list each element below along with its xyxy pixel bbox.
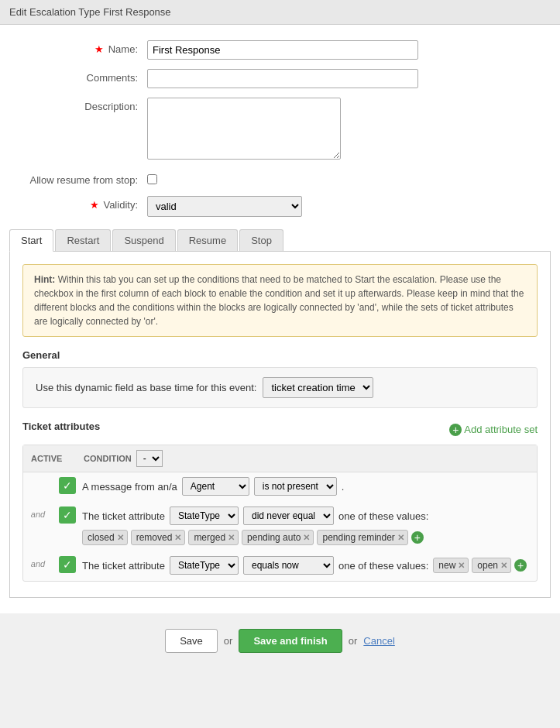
tag-pending-auto-remove[interactable]: ✕ — [303, 533, 310, 543]
row3-text: The ticket attribute — [82, 560, 165, 572]
validity-label: ★ Validity: — [15, 196, 147, 211]
tag-open: open ✕ — [472, 558, 511, 573]
condition-row-3: and ✓ The ticket attribute StateType equ… — [23, 551, 537, 579]
row1-text: A message from an/a — [82, 481, 177, 493]
tag-removed: removed ✕ — [131, 530, 186, 545]
row1-select1[interactable]: Agent Customer — [182, 477, 249, 496]
tag-pending-reminder: pending reminder ✕ — [317, 530, 407, 545]
active-col-label: ACTIVE — [31, 454, 77, 463]
general-section: Use this dynamic field as base time for … — [22, 367, 538, 408]
allow-resume-checkbox[interactable] — [147, 174, 157, 184]
row2-select1[interactable]: StateType — [170, 507, 239, 525]
row2-suffix: one of these values: — [338, 510, 428, 522]
description-label: Description: — [15, 98, 147, 112]
tab-content: Hint: Within this tab you can set up the… — [9, 252, 551, 598]
and-label-2: and — [23, 502, 53, 519]
row2-text: The ticket attribute — [82, 510, 165, 522]
row2-select2[interactable]: did never equal equals now — [243, 507, 334, 525]
comments-row: Comments: — [0, 69, 560, 88]
condition-col-label: CONDITION - — [84, 450, 163, 467]
allow-resume-label: Allow resume from stop: — [15, 171, 147, 186]
row3-select2[interactable]: equals now did never equal — [243, 556, 334, 575]
description-row: Description: — [0, 98, 560, 162]
row3-tag-list: new ✕ open ✕ + — [433, 558, 527, 573]
row1-select2[interactable]: is not present is present — [254, 477, 337, 496]
tab-resume[interactable]: Resume — [177, 229, 238, 251]
row2-add-tag[interactable]: + — [411, 531, 424, 544]
comments-label: Comments: — [15, 69, 147, 84]
tag-pending-auto: pending auto ✕ — [242, 530, 314, 545]
tag-new: new ✕ — [433, 558, 469, 573]
tag-new-remove[interactable]: ✕ — [458, 561, 465, 571]
tag-closed-remove[interactable]: ✕ — [117, 533, 124, 543]
add-attr-label: Add attribute set — [464, 424, 538, 435]
tag-open-remove[interactable]: ✕ — [500, 561, 507, 571]
hint-box: Hint: Within this tab you can set up the… — [22, 264, 538, 337]
row2-tag-list: closed ✕ removed ✕ merged ✕ — [82, 530, 424, 545]
row3-add-tag[interactable]: + — [514, 559, 527, 572]
tag-removed-remove[interactable]: ✕ — [174, 533, 181, 543]
row3-suffix: one of these values: — [338, 560, 428, 572]
tag-merged-remove[interactable]: ✕ — [228, 533, 235, 543]
footer: Save or Save and finish or Cancel — [0, 613, 560, 661]
or2-text: or — [349, 635, 358, 647]
row1-checkbox[interactable]: ✓ — [59, 477, 76, 494]
tag-merged: merged ✕ — [188, 530, 239, 545]
validity-select[interactable]: valid invalid — [147, 196, 302, 217]
and-label-3: and — [23, 551, 53, 568]
name-input[interactable] — [147, 40, 418, 60]
comments-input[interactable] — [147, 69, 418, 88]
row3-select1[interactable]: StateType — [170, 556, 239, 575]
cancel-button[interactable]: Cancel — [363, 635, 394, 647]
add-icon: + — [449, 424, 462, 436]
tabs-bar: Start Restart Suspend Resume Stop — [9, 229, 551, 252]
tag-closed: closed ✕ — [82, 530, 128, 545]
condition-row-2: and ✓ The ticket attribute StateType did… — [23, 502, 537, 550]
condition-header: ACTIVE CONDITION - — [23, 445, 537, 472]
ticket-attrs-title: Ticket attributes — [22, 421, 100, 432]
tabs-section: Start Restart Suspend Resume Stop Hint: … — [0, 229, 560, 598]
hint-text: Within this tab you can set up the condi… — [34, 274, 524, 327]
general-section-title: General — [22, 349, 538, 361]
name-row: ★ Name: — [0, 40, 560, 60]
ticket-attrs-header: Ticket attributes + Add attribute set — [22, 421, 538, 438]
validity-row: ★ Validity: valid invalid — [0, 196, 560, 217]
tab-restart[interactable]: Restart — [55, 229, 111, 251]
allow-resume-row: Allow resume from stop: — [0, 171, 560, 187]
name-label: ★ Name: — [15, 40, 147, 55]
base-time-select[interactable]: ticket creation time — [263, 377, 373, 398]
base-time-label: Use this dynamic field as base time for … — [36, 382, 256, 393]
condition-row-1: ✓ A message from an/a Agent Customer is … — [23, 472, 537, 500]
description-input[interactable] — [147, 98, 341, 160]
save-button[interactable]: Save — [165, 629, 218, 653]
add-attribute-set-button[interactable]: + Add attribute set — [449, 424, 538, 436]
tab-start[interactable]: Start — [9, 229, 53, 252]
row1-suffix: . — [342, 481, 345, 493]
condition-select[interactable]: - — [136, 450, 163, 467]
save-and-finish-button[interactable]: Save and finish — [239, 629, 342, 653]
page-title: Edit Escalation Type First Response — [9, 6, 171, 18]
or1-text: or — [224, 635, 233, 647]
row2-checkbox[interactable]: ✓ — [59, 507, 76, 524]
tab-suspend[interactable]: Suspend — [112, 229, 175, 251]
hint-bold: Hint: — [34, 274, 55, 285]
row3-checkbox[interactable]: ✓ — [59, 556, 76, 573]
condition-block: ACTIVE CONDITION - ✓ A message from a — [22, 445, 538, 582]
tag-pending-reminder-remove[interactable]: ✕ — [397, 533, 404, 543]
page-header: Edit Escalation Type First Response — [0, 0, 560, 25]
tab-stop[interactable]: Stop — [239, 229, 283, 251]
